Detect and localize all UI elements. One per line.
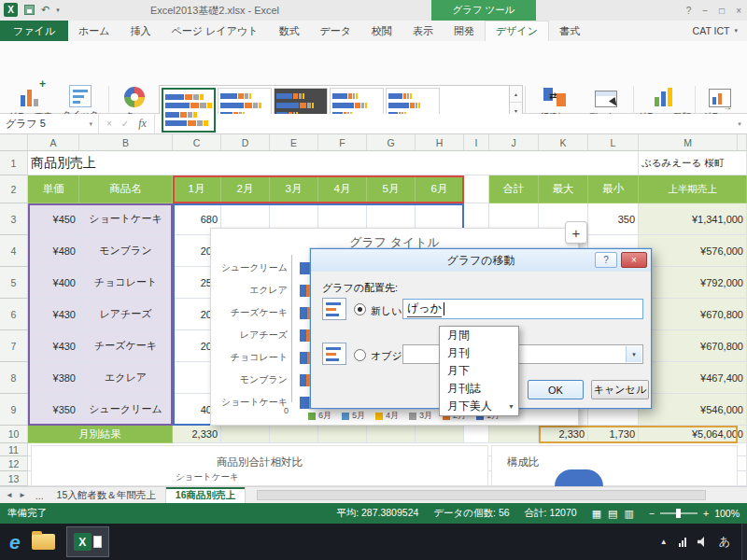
cell-half-total[interactable]: ¥670,800 bbox=[639, 330, 747, 362]
header-month-5月[interactable]: 5月 bbox=[367, 175, 416, 203]
zoom-slider[interactable] bbox=[660, 512, 698, 514]
monthly-grand-total[interactable] bbox=[489, 426, 539, 443]
tab-数式[interactable]: 数式 bbox=[268, 21, 309, 41]
combobox-dropdown-icon[interactable]: ▾ bbox=[626, 346, 641, 362]
header-half[interactable]: 上半期売上 bbox=[639, 175, 747, 203]
header-month-1月[interactable]: 1月 bbox=[173, 175, 221, 203]
gallery-up-button[interactable]: ▴ bbox=[510, 86, 522, 103]
column-header-K[interactable]: K bbox=[539, 134, 588, 151]
zoom-level[interactable]: 100% bbox=[714, 508, 740, 519]
cell-product-name[interactable]: チョコレート bbox=[79, 267, 173, 299]
monthly-month-total[interactable] bbox=[367, 426, 416, 443]
header-name[interactable]: 商品名 bbox=[79, 175, 173, 203]
tab-書式[interactable]: 書式 bbox=[549, 21, 590, 41]
tab-デザイン[interactable]: デザイン bbox=[485, 21, 549, 41]
tab-ファイル[interactable]: ファイル bbox=[0, 21, 68, 41]
row-header-2[interactable]: 2 bbox=[0, 175, 28, 203]
new-sheet-name-input[interactable]: げっか bbox=[402, 299, 643, 319]
save-icon[interactable] bbox=[24, 5, 35, 15]
horizontal-scrollbar[interactable] bbox=[246, 487, 747, 503]
monthly-month-total[interactable]: 2,330 bbox=[173, 426, 221, 443]
volume-icon[interactable] bbox=[698, 537, 708, 547]
select-all-corner[interactable] bbox=[0, 134, 28, 151]
next-sheet-button[interactable]: ► bbox=[19, 491, 26, 499]
cell-half-total[interactable]: ¥792,000 bbox=[639, 267, 747, 299]
dialog-close-button[interactable]: × bbox=[621, 252, 647, 268]
prev-sheet-button[interactable]: ◄ bbox=[6, 491, 13, 499]
sheet-title-cell[interactable]: 商品別売上 bbox=[28, 151, 639, 175]
header-month-2月[interactable]: 2月 bbox=[221, 175, 270, 203]
cell-price[interactable]: ¥380 bbox=[28, 362, 79, 394]
dialog-help-button[interactable]: ? bbox=[595, 252, 617, 268]
ime-mode-indicator[interactable]: あ bbox=[719, 534, 730, 550]
header-max[interactable]: 最大 bbox=[539, 175, 588, 203]
excel-taskbar-button[interactable]: X bbox=[66, 526, 109, 557]
explorer-taskbar-button[interactable] bbox=[32, 534, 55, 550]
monthly-month-total[interactable] bbox=[270, 426, 318, 443]
ime-candidate[interactable]: 月間 bbox=[440, 327, 518, 344]
cell-product-name[interactable]: ショートケーキ bbox=[79, 203, 173, 235]
column-header-H[interactable]: H bbox=[416, 134, 464, 151]
cell-half-total[interactable]: ¥467,400 bbox=[639, 362, 747, 394]
maximize-button[interactable]: □ bbox=[719, 6, 725, 16]
cell-price[interactable]: ¥400 bbox=[28, 267, 79, 299]
qat-customize-arrow-icon[interactable]: ▾ bbox=[56, 7, 60, 14]
tab-ホーム[interactable]: ホーム bbox=[68, 21, 120, 41]
cell-product-name[interactable]: エクレア bbox=[79, 362, 173, 394]
header-min[interactable]: 最小 bbox=[588, 175, 639, 203]
normal-view-button[interactable]: ▦ bbox=[592, 508, 601, 520]
column-header-I[interactable]: I bbox=[464, 134, 489, 151]
cell-product-name[interactable]: チーズケーキ bbox=[79, 330, 173, 362]
cell-half-total[interactable]: ¥670,800 bbox=[639, 299, 747, 330]
monthly-max[interactable]: 2,330 bbox=[539, 426, 588, 443]
cell-price[interactable]: ¥350 bbox=[28, 394, 79, 426]
cell-half-total[interactable]: ¥546,000 bbox=[639, 394, 747, 426]
monthly-month-total[interactable] bbox=[318, 426, 367, 443]
row-header-3[interactable]: 3 bbox=[0, 203, 28, 235]
tray-expand-icon[interactable]: ▲ bbox=[660, 538, 668, 546]
monthly-month-total[interactable] bbox=[221, 426, 270, 443]
column-header-J[interactable]: J bbox=[489, 134, 539, 151]
account-menu[interactable]: CAT ICT ▾ bbox=[693, 21, 747, 41]
ime-candidate[interactable]: 月下 bbox=[440, 362, 518, 380]
cell-price[interactable]: ¥430 bbox=[28, 299, 79, 330]
undo-icon[interactable]: ↶ bbox=[41, 5, 49, 15]
cell-blank[interactable] bbox=[464, 426, 489, 443]
cell-product-name[interactable]: レアチーズ bbox=[79, 299, 173, 330]
row-header-7[interactable]: 7 bbox=[0, 330, 28, 362]
monthly-result-label[interactable]: 月別結果 bbox=[28, 426, 173, 443]
store-note-cell[interactable]: ぶるみえーる 桜町 bbox=[639, 151, 747, 175]
column-header-L[interactable]: L bbox=[588, 134, 639, 151]
row-header-11[interactable]: 11 bbox=[0, 443, 28, 456]
header-price[interactable]: 単価 bbox=[28, 175, 79, 203]
zoom-out-button[interactable]: − bbox=[649, 508, 655, 519]
cell-min[interactable]: 350 bbox=[588, 203, 639, 235]
page-layout-view-button[interactable]: ▤ bbox=[608, 508, 617, 520]
tab-データ[interactable]: データ bbox=[309, 21, 361, 41]
ie-taskbar-button[interactable]: e bbox=[9, 532, 21, 552]
tab-表示[interactable]: 表示 bbox=[402, 21, 444, 41]
ime-candidate[interactable]: 月刊誌 bbox=[440, 380, 518, 398]
ok-button[interactable]: OK bbox=[528, 380, 584, 399]
header-month-3月[interactable]: 3月 bbox=[270, 175, 318, 203]
new-sheet-radio[interactable] bbox=[354, 303, 366, 315]
cell-price[interactable]: ¥430 bbox=[28, 330, 79, 362]
column-header-extra[interactable] bbox=[738, 134, 747, 151]
cancel-formula-icon[interactable]: × bbox=[106, 119, 112, 129]
row-header-9[interactable]: 9 bbox=[0, 394, 28, 426]
ime-candidate[interactable]: 月下美人▼ bbox=[440, 398, 518, 415]
row-header-1[interactable]: 1 bbox=[0, 151, 28, 175]
column-header-C[interactable]: C bbox=[173, 134, 221, 151]
tab-校閲[interactable]: 校閲 bbox=[361, 21, 402, 41]
network-icon[interactable] bbox=[679, 538, 686, 547]
row-header-4[interactable]: 4 bbox=[0, 235, 28, 267]
ime-candidates-more-icon[interactable]: ▼ bbox=[508, 403, 514, 410]
header-month-6月[interactable]: 6月 bbox=[416, 175, 464, 203]
object-radio[interactable] bbox=[354, 349, 366, 361]
cell-price[interactable]: ¥480 bbox=[28, 235, 79, 267]
tab-ページ レイアウト[interactable]: ページ レイアウト bbox=[162, 21, 269, 41]
tab-挿入[interactable]: 挿入 bbox=[120, 21, 162, 41]
column-header-E[interactable]: E bbox=[270, 134, 318, 151]
row-header-5[interactable]: 5 bbox=[0, 267, 28, 299]
column-header-D[interactable]: D bbox=[221, 134, 270, 151]
